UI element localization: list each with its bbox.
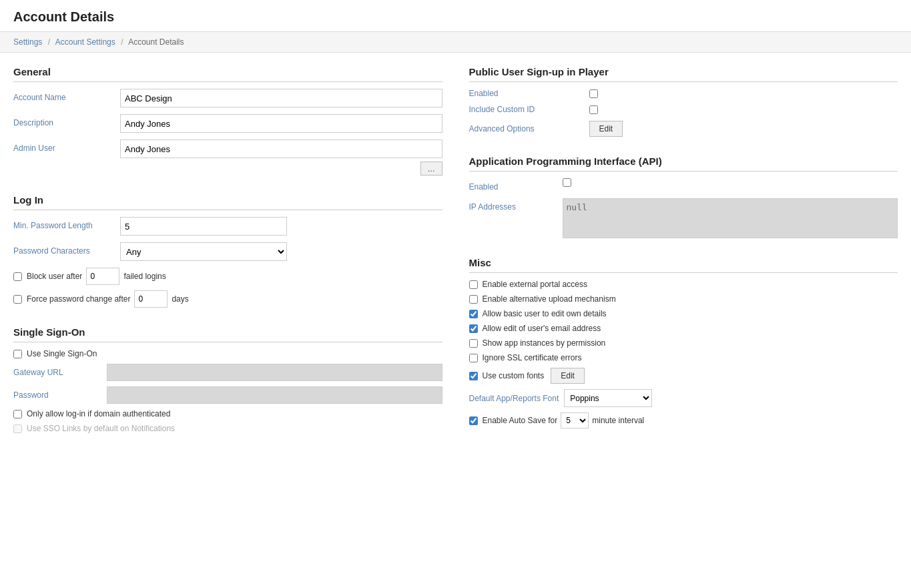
misc-cb-2[interactable]	[469, 310, 478, 318]
enabled-row: Enabled	[469, 89, 898, 98]
failed-logins-label: failed logins	[123, 272, 166, 281]
use-custom-fonts-row: Use custom fonts Edit	[469, 368, 898, 384]
misc-cb-3[interactable]	[469, 324, 478, 333]
include-custom-id-row: Include Custom ID	[469, 105, 898, 114]
breadcrumb-account-settings[interactable]: Account Settings	[55, 37, 115, 47]
misc-cb-4[interactable]	[469, 339, 478, 348]
default-font-select[interactable]: Poppins Arial Helvetica Times New Roman	[564, 389, 652, 407]
misc-cb-0[interactable]	[469, 280, 478, 289]
min-password-row: Min. Password Length	[13, 217, 442, 236]
general-title: General	[13, 66, 442, 82]
misc-label-1: Enable alternative upload mechanism	[483, 294, 616, 304]
include-custom-id-checkbox[interactable]	[589, 105, 598, 114]
default-font-row: Default App/Reports Font Poppins Arial H…	[469, 389, 898, 407]
misc-section: Misc Enable external portal access Enabl…	[469, 257, 898, 428]
api-enabled-checkbox[interactable]	[563, 178, 571, 187]
force-password-checkbox[interactable]	[13, 295, 22, 304]
page-header: Account Details	[0, 0, 911, 32]
sso-password-row: Password	[13, 386, 442, 404]
description-label: Description	[13, 114, 120, 127]
misc-checkbox-1: Enable alternative upload mechanism	[469, 294, 898, 304]
gateway-url-row: Gateway URL	[13, 364, 442, 381]
block-user-row: Block user after failed logins	[13, 268, 442, 285]
only-allow-label: Only allow log-in if domain authenticate…	[27, 409, 170, 418]
advanced-options-edit-button[interactable]: Edit	[589, 121, 623, 137]
sso-section: Single Sign-On Use Single Sign-On Gatewa…	[13, 326, 442, 433]
force-password-input[interactable]	[134, 290, 168, 308]
gateway-url-input[interactable]	[107, 364, 442, 381]
use-sso-links-checkbox	[13, 424, 22, 433]
default-font-label: Default App/Reports Font	[469, 394, 559, 403]
use-sso-checkbox[interactable]	[13, 350, 22, 358]
autosave-label: Enable Auto Save for	[483, 416, 558, 425]
ip-addresses-label: IP Addresses	[469, 198, 563, 212]
enabled-checkbox[interactable]	[589, 89, 598, 98]
force-password-label: Force password change after	[27, 294, 130, 304]
api-title: Application Programming Interface (API)	[469, 156, 898, 172]
admin-user-block: ...	[120, 139, 442, 176]
login-section: Log In Min. Password Length Password Cha…	[13, 194, 442, 308]
misc-label-3: Allow edit of user's email address	[483, 324, 601, 333]
admin-user-row: Admin User ...	[13, 139, 442, 176]
login-title: Log In	[13, 194, 442, 210]
breadcrumb-sep1: /	[48, 37, 50, 47]
misc-checkbox-3: Allow edit of user's email address	[469, 324, 898, 333]
misc-label-2: Allow basic user to edit own details	[483, 309, 607, 318]
sso-password-input[interactable]	[107, 386, 442, 404]
sso-password-label: Password	[13, 390, 107, 400]
block-user-checkbox[interactable]	[13, 272, 22, 281]
description-row: Description	[13, 114, 442, 133]
only-allow-checkbox[interactable]	[13, 410, 22, 418]
use-custom-fonts-edit-button[interactable]: Edit	[551, 368, 585, 384]
autosave-minute-label: minute interval	[592, 416, 644, 425]
misc-cb-5[interactable]	[469, 354, 478, 362]
ip-addresses-textarea[interactable]: null	[563, 198, 898, 238]
misc-cb-1[interactable]	[469, 295, 478, 304]
block-user-input[interactable]	[86, 268, 119, 285]
only-allow-row: Only allow log-in if domain authenticate…	[13, 409, 442, 418]
autosave-checkbox[interactable]	[469, 416, 478, 425]
use-sso-links-row: Use SSO Links by default on Notification…	[13, 424, 442, 433]
use-sso-links-label: Use SSO Links by default on Notification…	[27, 424, 175, 433]
days-label: days	[172, 294, 188, 304]
password-chars-select[interactable]: Any AlphaNumeric Symbols	[120, 242, 287, 261]
misc-checkbox-2: Allow basic user to edit own details	[469, 309, 898, 318]
ip-addresses-row: IP Addresses null	[469, 198, 898, 238]
autosave-interval-select[interactable]: 1 2 5 10 15	[561, 412, 589, 428]
breadcrumb-sep2: /	[121, 37, 123, 47]
enabled-label: Enabled	[469, 89, 589, 98]
misc-checkbox-5: Ignore SSL certificate errors	[469, 353, 898, 362]
general-section: General Account Name Description Admin U…	[13, 66, 442, 176]
force-password-row: Force password change after days	[13, 290, 442, 308]
misc-checkbox-4: Show app instances by permission	[469, 338, 898, 348]
min-password-label: Min. Password Length	[13, 217, 120, 230]
use-custom-fonts-label: Use custom fonts	[483, 371, 545, 380]
public-signup-title: Public User Sign-up in Player	[469, 66, 898, 82]
use-custom-fonts-checkbox[interactable]	[469, 372, 478, 380]
breadcrumb: Settings / Account Settings / Account De…	[0, 32, 911, 53]
misc-label-0: Enable external portal access	[483, 280, 587, 289]
block-user-label: Block user after	[27, 272, 82, 281]
api-enabled-row: Enabled	[469, 178, 898, 192]
advanced-options-row: Advanced Options Edit	[469, 121, 898, 137]
admin-user-input[interactable]	[120, 139, 442, 158]
misc-label-4: Show app instances by permission	[483, 338, 606, 348]
advanced-options-label: Advanced Options	[469, 124, 589, 133]
use-sso-row: Use Single Sign-On	[13, 349, 442, 358]
misc-title: Misc	[469, 257, 898, 273]
api-section: Application Programming Interface (API) …	[469, 156, 898, 238]
main-content: General Account Name Description Admin U…	[0, 53, 911, 465]
page-title: Account Details	[13, 9, 898, 25]
breadcrumb-settings[interactable]: Settings	[13, 37, 42, 47]
account-name-row: Account Name	[13, 89, 442, 107]
autosave-row: Enable Auto Save for 1 2 5 10 15 minute …	[469, 412, 898, 428]
account-name-input[interactable]	[120, 89, 442, 107]
gateway-url-label: Gateway URL	[13, 368, 107, 377]
password-chars-label: Password Characters	[13, 242, 120, 256]
right-column: Public User Sign-up in Player Enabled In…	[469, 66, 898, 452]
account-name-label: Account Name	[13, 89, 120, 102]
description-input[interactable]	[120, 114, 442, 133]
dots-button[interactable]: ...	[420, 162, 442, 176]
min-password-input[interactable]	[120, 217, 287, 236]
api-enabled-label: Enabled	[469, 178, 563, 192]
